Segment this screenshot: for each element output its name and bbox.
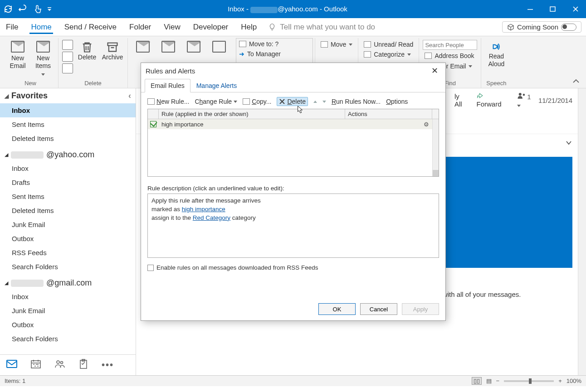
chevron-down-icon[interactable] [565, 139, 572, 148]
read-aloud-button[interactable]: Read Aloud [485, 40, 508, 69]
collapse-ribbon-button[interactable] [569, 76, 583, 88]
maximize-button[interactable] [546, 5, 560, 14]
delete-button[interactable]: Delete [76, 40, 98, 62]
new-email-button[interactable]: New Email [6, 40, 29, 71]
nav-acct1-outbox[interactable]: Outbox [0, 232, 136, 246]
zoom-level: 100% [566, 377, 581, 384]
account-1-header[interactable]: ◢@yahoo.com [0, 145, 136, 161]
reply-all-button[interactable] [157, 40, 180, 55]
quickstep-tomanager[interactable]: ➜To Manager [237, 49, 283, 58]
move-rule-down-button[interactable] [322, 101, 326, 103]
rules-column-actions: Actions [345, 109, 432, 119]
collapse-navpane-icon[interactable]: ‹ [128, 91, 131, 101]
search-people-input[interactable] [423, 40, 477, 50]
change-rule-dropdown[interactable]: Change Rule [195, 98, 237, 105]
nav-acct1-drafts[interactable]: Drafts [0, 175, 136, 189]
sync-icon[interactable] [4, 5, 13, 14]
nav-acct2-outbox[interactable]: Outbox [0, 318, 136, 332]
nav-tasks-icon[interactable] [79, 359, 88, 371]
quickstep-moveto[interactable]: Move to: ? [237, 39, 280, 48]
tab-manage-alerts[interactable]: Manage Alerts [190, 79, 243, 92]
junk-button[interactable] [62, 63, 73, 73]
nav-favorites-deleted[interactable]: Deleted Items [0, 131, 136, 145]
rules-list-scrollbar[interactable] [432, 119, 439, 176]
nav-more-icon[interactable]: ••• [102, 360, 114, 370]
qat-customize-icon[interactable] [47, 5, 52, 14]
nav-acct1-inbox[interactable]: Inbox [0, 161, 136, 175]
nav-mail-icon[interactable] [6, 359, 17, 371]
undo-icon[interactable] [18, 5, 27, 14]
new-items-button[interactable]: New Items [32, 40, 54, 78]
move-rule-up-button[interactable] [313, 101, 317, 103]
nav-calendar-icon[interactable] [31, 359, 41, 371]
tab-help[interactable]: Help [239, 20, 258, 34]
nav-acct2-searchfolders[interactable]: Search Folders [0, 332, 136, 346]
dialog-close-button[interactable]: ✕ [428, 66, 441, 76]
reply-button[interactable] [132, 40, 154, 55]
forward-button-rb[interactable] [182, 40, 205, 55]
nav-favorites-sent[interactable]: Sent Items [0, 117, 136, 131]
ok-button[interactable]: OK [318, 303, 356, 315]
enable-rss-rules-checkbox[interactable]: Enable rules on all messages downloaded … [147, 264, 439, 271]
read-aloud-icon [489, 41, 503, 53]
forward-action[interactable]: Forward [477, 92, 508, 108]
zoom-out-button[interactable]: − [496, 377, 500, 384]
package-icon [507, 24, 514, 31]
dialog-title-bar: Rules and Alerts ✕ [141, 63, 445, 78]
copy-rule-button[interactable]: Copy... [243, 98, 271, 105]
tab-email-rules[interactable]: Email Rules [145, 79, 190, 92]
nav-acct1-rss[interactable]: RSS Feeds [0, 246, 136, 260]
tab-developer[interactable]: Developer [192, 20, 230, 34]
tab-folder[interactable]: Folder [128, 20, 152, 34]
account-2-header[interactable]: ◢@gmail.com [0, 274, 136, 290]
nav-acct2-junk[interactable]: Junk Email [0, 304, 136, 318]
tab-home[interactable]: Home [29, 20, 53, 34]
rule-row[interactable]: high importance ⚙ [148, 119, 432, 129]
tab-file[interactable]: File [5, 20, 20, 34]
zoom-in-button[interactable]: + [558, 377, 562, 384]
tab-send-receive[interactable]: Send / Receive [63, 20, 118, 34]
nav-acct1-sent[interactable]: Sent Items [0, 189, 136, 203]
meeting-button[interactable] [208, 40, 230, 55]
toggle-switch[interactable] [561, 24, 576, 31]
unread-read-button[interactable]: Unread/ Read [362, 40, 415, 49]
nav-acct1-deleted[interactable]: Deleted Items [0, 203, 136, 218]
nav-people-icon[interactable] [54, 359, 65, 371]
run-rules-now-button[interactable]: Run Rules Now... [332, 98, 381, 105]
ignore-button[interactable] [62, 40, 73, 50]
x-icon [279, 98, 285, 105]
people-picker[interactable]: 1 [517, 92, 532, 108]
coming-soon-toggle[interactable]: Coming Soon [502, 21, 581, 33]
nav-acct1-searchfolders[interactable]: Search Folders [0, 260, 136, 274]
nav-acct1-junk[interactable]: Junk Email [0, 218, 136, 232]
reply-all-action[interactable]: ly All [454, 92, 468, 108]
minimize-button[interactable] [523, 5, 537, 14]
new-rule-button[interactable]: New Rule... [147, 98, 189, 105]
favorites-header[interactable]: ◢Favorites ‹ [0, 88, 136, 103]
rule-condition-link[interactable]: high importance [182, 206, 225, 213]
zoom-slider[interactable] [504, 380, 554, 382]
categorize-dropdown[interactable]: Categorize [362, 50, 413, 59]
rules-options-button[interactable]: Options [386, 98, 408, 105]
delete-rule-button[interactable]: Delete [277, 97, 308, 106]
tab-view[interactable]: View [162, 20, 182, 34]
rule-action-link[interactable]: Red Category [193, 214, 230, 221]
move-dropdown[interactable]: Move [319, 40, 354, 49]
cleanup-button[interactable] [62, 52, 73, 62]
archive-icon [106, 41, 119, 53]
touch-mode-icon[interactable] [33, 5, 42, 14]
nav-favorites-inbox[interactable]: Inbox [0, 103, 136, 117]
view-reading-icon[interactable]: ▤ [486, 377, 492, 384]
forward-icon [187, 41, 200, 53]
view-normal-icon[interactable]: ▯▯ [472, 377, 482, 385]
checkbox-icon[interactable] [147, 265, 154, 271]
close-button[interactable] [569, 5, 582, 14]
tell-me-search[interactable]: Tell me what you want to do [268, 23, 375, 32]
address-book-icon [425, 53, 432, 59]
address-book-button[interactable]: Address Book [423, 51, 476, 60]
reading-pane-scrollbar[interactable] [578, 88, 586, 375]
archive-button[interactable]: Archive [101, 40, 124, 62]
rule-enabled-checkbox[interactable] [148, 121, 159, 127]
cancel-button[interactable]: Cancel [360, 303, 397, 315]
nav-acct2-inbox[interactable]: Inbox [0, 290, 136, 304]
